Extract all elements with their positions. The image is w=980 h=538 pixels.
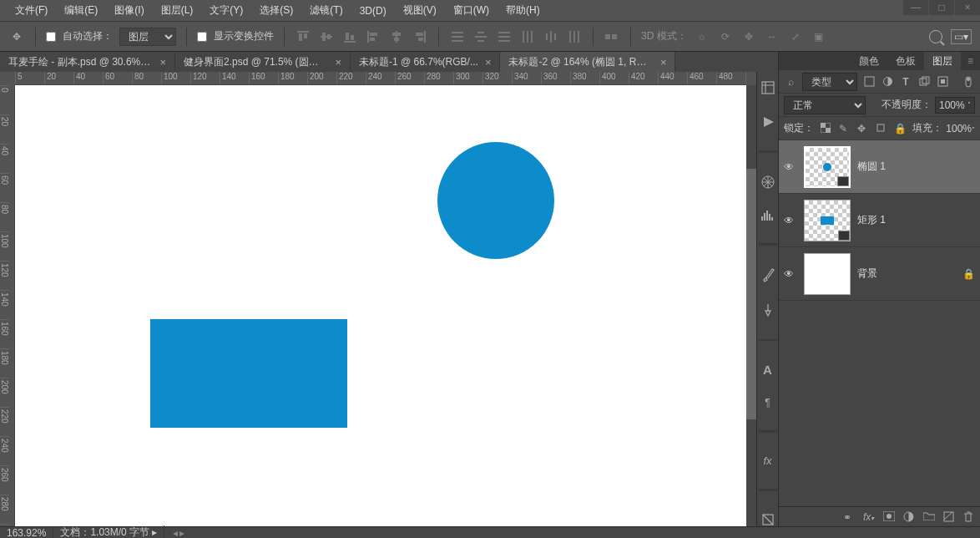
menu-1[interactable]: 编辑(E) xyxy=(56,0,106,21)
scroll-right-icon[interactable]: ▸ xyxy=(179,527,184,539)
menu-0[interactable]: 文件(F) xyxy=(7,0,56,21)
auto-select-dropdown[interactable]: 图层 xyxy=(119,28,176,46)
filter-smart-icon[interactable] xyxy=(936,75,949,89)
canvas[interactable] xyxy=(15,85,746,526)
history-icon[interactable] xyxy=(760,80,775,95)
panel-tab-layers[interactable]: 图层 xyxy=(924,52,961,71)
visibility-icon[interactable]: 👁 xyxy=(784,215,797,226)
minimize-button[interactable]: — xyxy=(903,0,928,15)
document-tab-2[interactable]: 未标题-1 @ 66.7%(RGB/...× xyxy=(351,52,500,72)
panel-menu-icon[interactable]: ≡ xyxy=(961,55,980,67)
align-left-icon[interactable] xyxy=(365,28,381,45)
lock-transparent-icon[interactable] xyxy=(821,123,832,134)
filter-adjust-icon[interactable] xyxy=(881,75,894,89)
maximize-button[interactable]: □ xyxy=(929,0,954,15)
lock-all-icon[interactable]: 🔒 xyxy=(894,123,906,134)
menu-6[interactable]: 滤镜(T) xyxy=(301,0,351,21)
menu-7[interactable]: 3D(D) xyxy=(351,2,395,20)
align-hcenter-icon[interactable] xyxy=(388,28,405,45)
scroll-left-icon[interactable]: ◂ xyxy=(173,527,178,539)
opacity-field[interactable]: 100%˅ xyxy=(935,97,975,114)
layer-fx-icon[interactable]: fx▾ xyxy=(863,511,875,523)
menu-8[interactable]: 视图(V) xyxy=(395,0,445,21)
menu-2[interactable]: 图像(I) xyxy=(106,0,152,21)
new-layer-icon[interactable] xyxy=(943,511,955,523)
rectangle-shape[interactable] xyxy=(150,319,347,428)
character-panel-icon[interactable]: A xyxy=(760,363,775,377)
brush-panel-icon[interactable] xyxy=(760,267,775,282)
group-layers-icon[interactable] xyxy=(923,511,935,523)
distribute-right-icon[interactable] xyxy=(566,28,583,45)
align-bottom-icon[interactable] xyxy=(341,28,358,45)
search-icon[interactable] xyxy=(929,30,942,43)
distribute-left-icon[interactable] xyxy=(519,28,536,45)
layer-row-2[interactable]: 👁背景🔒 xyxy=(779,247,980,301)
slide-3d-icon[interactable]: ↔ xyxy=(764,28,780,45)
menu-4[interactable]: 文字(Y) xyxy=(201,0,251,21)
filter-type-icon[interactable]: T xyxy=(899,75,912,89)
delete-layer-icon[interactable] xyxy=(963,511,975,523)
align-top-icon[interactable] xyxy=(295,28,311,45)
distribute-bottom-icon[interactable] xyxy=(496,28,513,45)
align-vcenter-icon[interactable] xyxy=(318,28,335,45)
tab-close-icon[interactable]: × xyxy=(159,56,166,69)
close-button[interactable]: × xyxy=(955,0,980,15)
paragraph-panel-icon[interactable]: ¶ xyxy=(760,397,775,409)
document-tab-1[interactable]: 健身界面2.psd @ 71.5% (圆角矩...× xyxy=(175,52,351,72)
compass-icon[interactable] xyxy=(760,175,775,190)
distribute-top-icon[interactable] xyxy=(449,28,466,45)
blend-mode-dropdown[interactable]: 正常 xyxy=(784,96,866,114)
layer-row-0[interactable]: 👁椭圆 1 xyxy=(779,140,980,194)
layer-name[interactable]: 矩形 1 xyxy=(857,213,886,227)
lock-artboard-icon[interactable] xyxy=(876,123,887,134)
filter-shape-icon[interactable] xyxy=(917,75,931,89)
vertical-scrollbar[interactable] xyxy=(746,85,756,526)
show-transform-checkbox[interactable] xyxy=(197,32,207,42)
roll-3d-icon[interactable]: ⟳ xyxy=(717,28,734,45)
auto-align-icon[interactable] xyxy=(604,28,620,45)
document-tab-0[interactable]: 耳麦手绘 - 副本.psd @ 30.6% (...× xyxy=(0,52,175,72)
layer-row-1[interactable]: 👁矩形 1 xyxy=(779,194,980,247)
link-layers-icon[interactable]: ⚭ xyxy=(843,511,855,523)
adjustment-layer-icon[interactable]: ▾ xyxy=(903,511,915,523)
ellipse-shape[interactable] xyxy=(437,142,554,259)
zoom-display[interactable]: 163.92% xyxy=(0,527,53,539)
auto-select-checkbox[interactable] xyxy=(46,32,56,42)
filter-toggle-icon[interactable] xyxy=(962,75,975,89)
doc-info[interactable]: 文档：1.03M/0 字节 ▸ xyxy=(53,525,164,538)
menu-10[interactable]: 帮助(H) xyxy=(498,0,548,21)
layer-thumbnail[interactable] xyxy=(804,146,851,188)
visibility-icon[interactable]: 👁 xyxy=(784,161,797,173)
layer-name[interactable]: 椭圆 1 xyxy=(857,160,886,174)
lock-position-icon[interactable]: ✥ xyxy=(857,123,869,134)
tab-close-icon[interactable]: × xyxy=(660,56,667,69)
fill-field[interactable]: 100%˅ xyxy=(946,123,975,134)
layer-mask-icon[interactable] xyxy=(883,511,895,523)
layer-name[interactable]: 背景 xyxy=(857,266,877,281)
distribute-vcenter-icon[interactable] xyxy=(472,28,489,45)
pan-3d-icon[interactable]: ✥ xyxy=(740,28,757,45)
styles-panel-icon[interactable] xyxy=(760,513,775,526)
orbit-3d-icon[interactable]: ☼ xyxy=(694,28,710,45)
document-tab-3[interactable]: 未标题-2 @ 164% (椭圆 1, RGB/8) *× xyxy=(500,52,675,72)
play-icon[interactable] xyxy=(760,115,775,129)
menu-9[interactable]: 窗口(W) xyxy=(445,0,498,21)
tab-close-icon[interactable]: × xyxy=(485,56,492,69)
layer-thumbnail[interactable] xyxy=(804,253,851,295)
filter-pixel-icon[interactable] xyxy=(862,75,876,89)
camera-3d-icon[interactable]: ▣ xyxy=(811,28,827,45)
panel-tab-color[interactable]: 颜色 xyxy=(851,52,887,71)
fx-panel-icon[interactable]: fx xyxy=(760,454,775,467)
brush-settings-icon[interactable] xyxy=(760,302,775,317)
tab-close-icon[interactable]: × xyxy=(335,56,341,69)
share-icon[interactable]: ▭▾ xyxy=(951,29,972,44)
lock-paint-icon[interactable]: ✎ xyxy=(839,123,851,134)
align-right-icon[interactable] xyxy=(412,28,428,45)
histogram-icon[interactable] xyxy=(760,210,775,221)
panel-tab-swatches[interactable]: 色板 xyxy=(887,52,924,71)
menu-5[interactable]: 选择(S) xyxy=(251,0,301,21)
layer-thumbnail[interactable] xyxy=(804,200,851,241)
visibility-icon[interactable]: 👁 xyxy=(784,268,797,280)
scale-3d-icon[interactable]: ⤢ xyxy=(787,28,804,45)
menu-3[interactable]: 图层(L) xyxy=(153,0,202,21)
